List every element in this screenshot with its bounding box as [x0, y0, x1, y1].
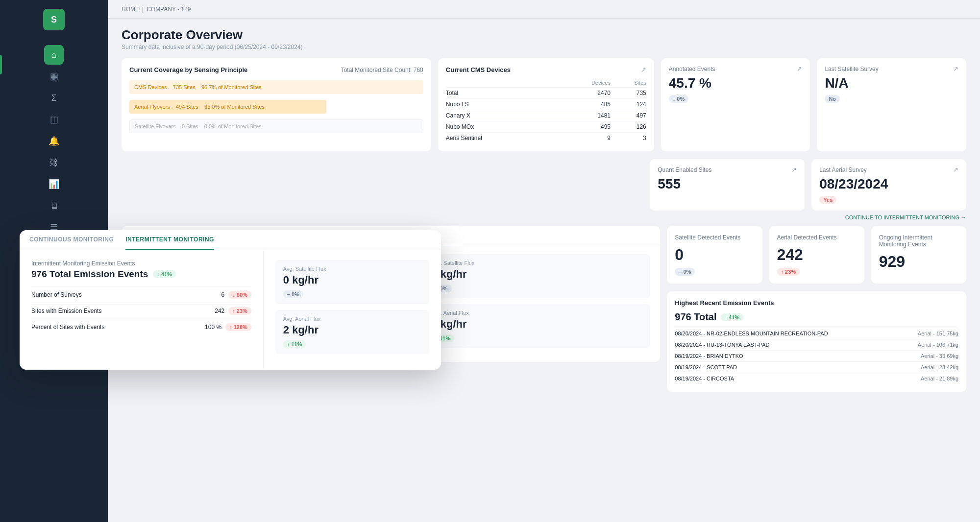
continue-intermittent-link[interactable]: CONTINUE TO INTERMITTENT MONITORING →	[845, 214, 966, 220]
tabs-right-panel: Avg. Satellite Flux 0 kg/hr – 0% Avg. Ae…	[414, 246, 660, 362]
last-satellite-badge: No	[825, 95, 840, 103]
cms-card-title: Current CMS Devices	[446, 66, 511, 73]
cms-site-count: 735	[611, 88, 646, 99]
modal-tabs-nav: CONTINUOUS MONITORING INTERMITTENT MONIT…	[20, 230, 441, 250]
ongoing-card: Ongoing Intermittent Monitoring Events 9…	[871, 226, 966, 284]
cms-device-name: Total	[446, 88, 554, 99]
sidebar-nav: ⌂ ▦ Σ ◫ 🔔 ⛓ 📊 🖥 ☰	[0, 45, 108, 237]
top-cards-row: Current Coverage by Sensing Principle To…	[122, 58, 966, 151]
cms-device-count: 1481	[554, 110, 611, 121]
events-total-badge: ↓ 41%	[721, 313, 744, 321]
cms-site-count: 124	[611, 99, 646, 110]
sidebar-item-layers[interactable]: ◫	[44, 110, 64, 129]
modal-pct-label: Percent of Sites with Events	[31, 324, 104, 331]
satellite-ext-link-icon[interactable]: ↗	[953, 65, 958, 72]
satellite-flux-title: Avg. Satellite Flux	[431, 260, 642, 266]
satellite-flux-value: 0 kg/hr	[431, 268, 642, 281]
quant-enabled-card: Quant Enabled Sites ↗ 555	[650, 159, 805, 211]
cms-bar-outer: CMS Devices 735 Sites 96.7% of Monitored…	[129, 80, 423, 94]
cms-site-count: 126	[611, 121, 646, 133]
cms-device-count: 495	[554, 121, 611, 133]
annotated-events-badge: ↓ 0%	[669, 95, 688, 103]
coverage-bar-aerial: Aerial Flyovers 494 Sites 65.0% of Monit…	[129, 100, 423, 114]
coverage-header: Current Coverage by Sensing Principle To…	[129, 66, 423, 73]
modal-row-pct: Percent of Sites with Events 100 % ↑ 128…	[31, 319, 251, 335]
table-row: Nubo LS485124	[446, 99, 646, 110]
events-title: Highest Recent Emission Events	[675, 299, 774, 307]
events-list: 08/20/2024 - NR-02-ENDLESS MOUNTAIN RECR…	[675, 328, 958, 384]
modal-left-panel: Intermittent Monitoring Emission Events …	[20, 250, 264, 370]
aerial-detected-value: 242	[777, 246, 857, 264]
sidebar-item-grid[interactable]: ▦	[44, 67, 64, 86]
cms-device-count: 2470	[554, 88, 611, 99]
sidebar-item-sigma[interactable]: Σ	[44, 88, 64, 108]
sidebar-item-home[interactable]: ⌂	[44, 45, 64, 65]
cms-device-name: Aeris Sentinel	[446, 133, 554, 144]
cms-device-name: Nubo MOx	[446, 121, 554, 133]
modal-tab-intermittent[interactable]: INTERMITTENT MONITORING	[125, 230, 214, 250]
event-name: 08/20/2024 - NR-02-ENDLESS MOUNTAIN RECR…	[675, 331, 828, 336]
breadcrumb-sep: |	[142, 6, 144, 13]
modal-sites-badge: ↑ 23%	[228, 307, 251, 315]
satellite-label: Satellite Flyovers 0 Sites 0.0% of Monit…	[135, 123, 262, 129]
table-row: Total2470735	[446, 88, 646, 99]
table-row: Nubo MOx495126	[446, 121, 646, 133]
modal-surveys-label: Number of Surveys	[31, 291, 82, 298]
cms-card-title-row: Current CMS Devices ↗	[446, 66, 646, 73]
modal-sites-label: Sites with Emission Events	[31, 308, 101, 314]
modal-surveys-value: 6	[221, 291, 225, 298]
table-row: Aeris Sentinel93	[446, 133, 646, 144]
modal-aerial-flux-badge: ↓ 11%	[283, 340, 306, 348]
quant-enabled-value: 555	[658, 176, 797, 192]
sidebar-item-bell[interactable]: 🔔	[44, 131, 64, 151]
event-name: 08/19/2024 - SCOTT PAD	[675, 364, 737, 370]
event-name: 08/19/2024 - CIRCOSTA	[675, 376, 734, 381]
cms-external-link-icon[interactable]: ↗	[641, 66, 646, 73]
modal-satellite-flux-value: 0 kg/hr	[283, 274, 421, 286]
modal-content: Intermittent Monitoring Emission Events …	[20, 250, 441, 370]
aerial-detected-title: Aerial Detected Events	[777, 234, 857, 241]
list-item: 08/19/2024 - SCOTT PADAerial - 23.42kg	[675, 361, 958, 373]
event-name: 08/19/2024 - BRIAN DYTKO	[675, 353, 743, 359]
right-stats-grid: Satellite Detected Events 0 – 0% Aerial …	[667, 226, 966, 284]
event-value: Aerial - 23.42kg	[921, 364, 958, 370]
sidebar-item-chart[interactable]: 📊	[44, 174, 64, 194]
satellite-bar-outer: Satellite Flyovers 0 Sites 0.0% of Monit…	[129, 119, 423, 133]
modal-emission-total-label: 976 Total Emission Events	[31, 269, 148, 280]
aerial-label: Aerial Flyovers 494 Sites 65.0% of Monit…	[134, 104, 265, 110]
modal-row-sites: Sites with Emission Events 242 ↑ 23%	[31, 303, 251, 319]
modal-tab-continuous[interactable]: CONTINUOUS MONITORING	[29, 230, 114, 250]
table-row: Canary X1481497	[446, 110, 646, 121]
ongoing-value: 929	[879, 253, 958, 271]
quant-ext-link-icon[interactable]: ↗	[791, 166, 797, 173]
aerial-ext-link-icon[interactable]: ↗	[953, 166, 958, 173]
breadcrumb-page[interactable]: COMPANY - 129	[147, 6, 191, 13]
satellite-detected-title: Satellite Detected Events	[675, 234, 754, 241]
annotated-events-card: Annotated Events ↗ 45.7 % ↓ 0%	[661, 58, 810, 151]
sidebar-item-monitor[interactable]: 🖥	[44, 196, 64, 215]
modal-surveys-badge: ↓ 60%	[228, 291, 251, 299]
events-header: Highest Recent Emission Events	[675, 299, 958, 307]
last-aerial-title: Last Aerial Survey	[819, 166, 867, 173]
event-value: Aerial - 106.71kg	[918, 342, 958, 348]
cms-site-count: 497	[611, 110, 646, 121]
sidebar-item-link[interactable]: ⛓	[44, 153, 64, 172]
modal-pct-right: 100 % ↑ 128%	[205, 323, 251, 331]
modal-right-panel: Avg. Satellite Flux 0 kg/hr – 0% Avg. Ae…	[264, 250, 441, 370]
modal-row-surveys: Number of Surveys 6 ↓ 60%	[31, 286, 251, 303]
cms-col-sites: Sites	[611, 78, 646, 88]
coverage-bar-cms: CMS Devices 735 Sites 96.7% of Monitored…	[129, 80, 423, 94]
breadcrumb-home[interactable]: HOME	[122, 6, 139, 13]
quant-enabled-title-row: Quant Enabled Sites ↗	[658, 166, 797, 173]
annotated-ext-link-icon[interactable]: ↗	[797, 65, 802, 72]
cms-device-name: Nubo LS	[446, 99, 554, 110]
event-name: 08/20/2024 - RU-13-TONYA EAST-PAD	[675, 342, 769, 348]
aerial-bar-outer: Aerial Flyovers 494 Sites 65.0% of Monit…	[129, 100, 326, 114]
ongoing-title: Ongoing Intermittent Monitoring Events	[879, 234, 958, 248]
modal-surveys-right: 6 ↓ 60%	[221, 291, 251, 299]
modal-aerial-flux-title: Avg. Aerial Flux	[283, 316, 421, 322]
app-logo[interactable]: S	[43, 9, 65, 30]
events-total-label: 976 Total	[675, 311, 716, 323]
aerial-flux-title: Avg. Aerial Flux	[431, 310, 642, 316]
coverage-bar-satellite: Satellite Flyovers 0 Sites 0.0% of Monit…	[129, 119, 423, 133]
